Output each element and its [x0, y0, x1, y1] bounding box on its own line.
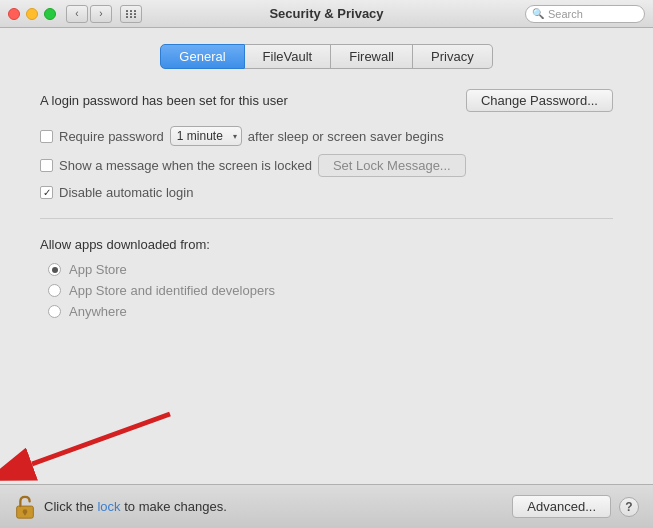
show-message-label: Show a message when the screen is locked [59, 158, 312, 173]
allow-apps-label: Allow apps downloaded from: [40, 237, 613, 252]
checkmark-icon: ✓ [43, 187, 51, 198]
tab-general[interactable]: General [160, 44, 244, 69]
radio-anywhere[interactable] [48, 305, 61, 318]
tab-privacy[interactable]: Privacy [413, 44, 493, 69]
maximize-button[interactable] [44, 8, 56, 20]
radio-app-store-identified[interactable] [48, 284, 61, 297]
tab-filevault[interactable]: FileVault [245, 44, 332, 69]
radio-app-store[interactable] [48, 263, 61, 276]
grid-button[interactable] [120, 5, 142, 23]
lock-text: Click the lock to make changes. [44, 499, 227, 514]
radio-anywhere-label: Anywhere [69, 304, 127, 319]
password-message: A login password has been set for this u… [40, 93, 288, 108]
lock-area: Click the lock to make changes. [14, 494, 227, 520]
general-section: A login password has been set for this u… [40, 89, 613, 200]
require-password-checkbox[interactable] [40, 130, 53, 143]
show-message-checkbox[interactable] [40, 159, 53, 172]
back-button[interactable]: ‹ [66, 5, 88, 23]
password-row: A login password has been set for this u… [40, 89, 613, 112]
svg-line-1 [32, 414, 170, 464]
disable-login-label: Disable automatic login [59, 185, 193, 200]
disable-login-checkbox[interactable]: ✓ [40, 186, 53, 199]
tab-firewall[interactable]: Firewall [331, 44, 413, 69]
search-placeholder: Search [548, 8, 583, 20]
arrow-container [0, 404, 200, 484]
dropdown-arrow-icon: ▾ [233, 132, 237, 141]
svg-rect-4 [24, 511, 26, 515]
bottom-right: Advanced... ? [512, 495, 639, 518]
main-content: General FileVault Firewall Privacy A log… [0, 28, 653, 319]
radio-app-store-identified-row: App Store and identified developers [40, 283, 613, 298]
advanced-button[interactable]: Advanced... [512, 495, 611, 518]
lock-icon[interactable] [14, 494, 36, 520]
tabs: General FileVault Firewall Privacy [40, 44, 613, 69]
nav-buttons: ‹ › [66, 5, 112, 23]
radio-app-store-row: App Store [40, 262, 613, 277]
set-lock-message-button[interactable]: Set Lock Message... [318, 154, 466, 177]
change-password-button[interactable]: Change Password... [466, 89, 613, 112]
radio-app-store-label: App Store [69, 262, 127, 277]
disable-login-row: ✓ Disable automatic login [40, 185, 613, 200]
section-divider [40, 218, 613, 219]
require-password-dropdown[interactable]: 1 minute ▾ [170, 126, 242, 146]
radio-app-store-identified-label: App Store and identified developers [69, 283, 275, 298]
require-password-label-before: Require password [59, 129, 164, 144]
titlebar: ‹ › Security & Privacy 🔍 Search [0, 0, 653, 28]
close-button[interactable] [8, 8, 20, 20]
forward-button[interactable]: › [90, 5, 112, 23]
minimize-button[interactable] [26, 8, 38, 20]
radio-anywhere-row: Anywhere [40, 304, 613, 319]
lock-link[interactable]: lock [97, 499, 120, 514]
search-box[interactable]: 🔍 Search [525, 5, 645, 23]
require-password-label-after: after sleep or screen saver begins [248, 129, 444, 144]
arrow-svg [0, 404, 200, 484]
search-icon: 🔍 [532, 8, 544, 19]
show-message-row: Show a message when the screen is locked… [40, 154, 613, 177]
bottom-bar: Click the lock to make changes. Advanced… [0, 484, 653, 528]
window-title: Security & Privacy [269, 6, 383, 21]
traffic-lights [8, 8, 56, 20]
help-button[interactable]: ? [619, 497, 639, 517]
allow-apps-section: Allow apps downloaded from: App Store Ap… [40, 237, 613, 319]
require-password-row: Require password 1 minute ▾ after sleep … [40, 126, 613, 146]
